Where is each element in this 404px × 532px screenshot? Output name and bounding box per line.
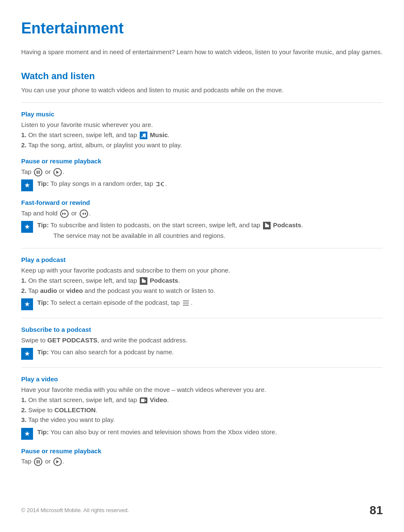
divider-4: [21, 367, 383, 368]
tip-podcasts-text: Tip: To subscribe and listen to podcasts…: [37, 221, 303, 229]
tip-podcasts: ★ Tip: To subscribe and listen to podcas…: [21, 221, 383, 240]
footer-copyright: © 2014 Microsoft Mobile. All rights rese…: [21, 506, 129, 515]
ff-body: Tap and hold or .: [21, 209, 383, 218]
play-music-step1: 1. On the start screen, swipe left, and …: [21, 130, 383, 140]
subsection-play-video: Play a video Have your favorite media wi…: [21, 375, 383, 466]
section-intro-watch-listen: You can use your phone to watch videos a…: [21, 85, 383, 95]
page-intro: Having a spare moment and in need of ent…: [21, 47, 383, 57]
pause-video-body: Tap or .: [21, 457, 383, 466]
tip-star-search: ★: [21, 348, 33, 360]
svg-rect-12: [268, 225, 269, 227]
list-icon: [182, 300, 190, 306]
svg-rect-10: [265, 223, 266, 227]
divider-3: [21, 318, 383, 318]
tip-episode: ★ Tip: To select a certain episode of th…: [21, 298, 383, 310]
tip-star-xbox: ★: [21, 428, 33, 440]
podcasts-app-icon-tip: [263, 222, 271, 229]
tip-search-text: Tip: You can also search for a podcast b…: [37, 347, 174, 357]
tip-podcasts-indent: The service may not be available in all …: [53, 231, 303, 241]
subscribe-body: Swipe to GET PODCASTS, and write the pod…: [21, 336, 383, 345]
svg-marker-20: [145, 399, 146, 402]
podcasts-app-icon-step: [140, 277, 147, 285]
svg-rect-21: [37, 460, 38, 463]
play-video-step3: 3. Tap the video you want to play.: [21, 415, 383, 425]
tip-star-podcasts: ★: [21, 221, 33, 233]
subsection-play-music: Play music Listen to your favorite music…: [21, 110, 383, 240]
play-podcast-step2: 2. Tap audio or video and the podcast yo…: [21, 286, 383, 296]
svg-marker-9: [82, 212, 84, 215]
play-video-step1: 1. On the start screen, swipe left, and …: [21, 395, 383, 405]
play-music-step2: 2. Tap the song, artist, album, or playl…: [21, 141, 383, 150]
svg-marker-8: [84, 212, 86, 215]
svg-marker-2: [56, 171, 59, 174]
shuffle-icon: [156, 181, 164, 187]
tip-star-episode: ★: [21, 298, 33, 310]
play-music-intro: Listen to your favorite music wherever y…: [21, 120, 383, 130]
video-app-icon-step: [140, 397, 147, 403]
subsection-heading-play-podcast: Play a podcast: [21, 255, 383, 265]
subsection-heading-ff: Fast-forward or rewind: [21, 198, 383, 208]
tip-shuffle: ★ Tip: To play songs in a random order, …: [21, 179, 383, 191]
svg-marker-7: [64, 212, 66, 215]
pause-music-body: Tap or .: [21, 167, 383, 177]
svg-rect-22: [39, 460, 40, 463]
play-podcast-step1: 1. On the start screen, swipe left, and …: [21, 276, 383, 286]
subsection-heading-play-video: Play a video: [21, 375, 383, 384]
music-app-icon: [140, 132, 147, 139]
subsection-play-podcast: Play a podcast Keep up with your favorit…: [21, 255, 383, 310]
tip-shuffle-text: Tip: To play songs in a random order, ta…: [37, 179, 167, 189]
tip-search-podcast: ★ Tip: You can also search for a podcast…: [21, 347, 383, 360]
subsection-heading-subscribe: Subscribe to a podcast: [21, 325, 383, 335]
page-number: 81: [370, 502, 383, 519]
play-podcast-intro: Keep up with your favorite podcasts and …: [21, 266, 383, 276]
rw-icon: [80, 209, 88, 218]
subsection-subscribe-podcast: Subscribe to a podcast Swipe to GET PODC…: [21, 325, 383, 360]
svg-marker-6: [62, 212, 64, 215]
play-video-step2: 2. Swipe to COLLECTION.: [21, 405, 383, 415]
tip-xbox-video: ★ Tip: You can also buy or rent movies a…: [21, 427, 383, 440]
svg-rect-14: [143, 279, 144, 283]
page-footer: © 2014 Microsoft Mobile. All rights rese…: [21, 502, 383, 519]
svg-rect-19: [141, 399, 144, 402]
tip-xbox-text: Tip: You can also buy or rent movies and…: [37, 427, 277, 437]
svg-rect-15: [144, 280, 146, 283]
play-video-intro: Have your favorite media with you while …: [21, 385, 383, 395]
play-icon-video: [53, 458, 62, 466]
divider-2: [21, 248, 383, 248]
pause-icon-video: [34, 458, 42, 466]
svg-marker-23: [56, 460, 59, 463]
play-icon: [53, 168, 62, 176]
tip-episode-text: Tip: To select a certain episode of the …: [37, 298, 193, 308]
pause-icon: [34, 168, 42, 176]
svg-rect-0: [37, 171, 38, 174]
section-heading-watch-listen: Watch and listen: [21, 69, 383, 83]
divider-1: [21, 102, 383, 103]
subsection-heading-play-music: Play music: [21, 110, 383, 119]
svg-rect-1: [39, 171, 40, 174]
page-title: Entertainment: [21, 17, 383, 40]
subsection-heading-pause-video: Pause or resume playback: [21, 447, 383, 456]
subsection-heading-pause-music: Pause or resume playback: [21, 157, 383, 166]
ff-icon: [60, 209, 69, 218]
tip-star-shuffle: ★: [21, 179, 33, 191]
svg-rect-11: [266, 224, 268, 227]
svg-rect-13: [142, 278, 143, 283]
